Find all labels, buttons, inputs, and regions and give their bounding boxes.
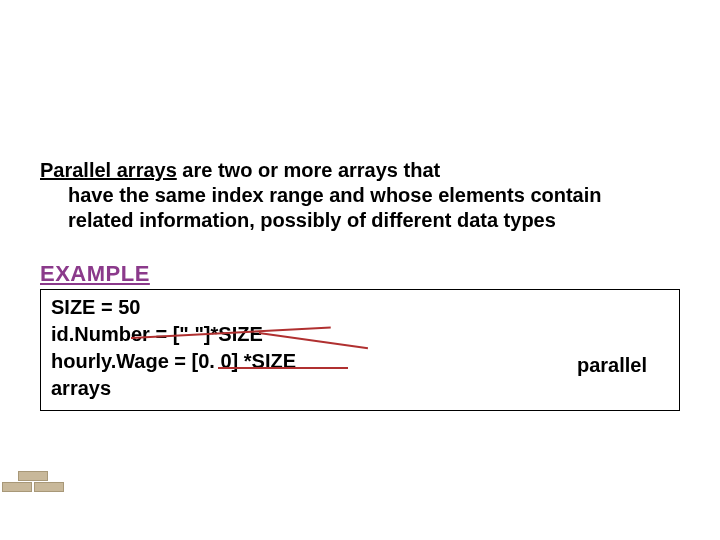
strike-annotation-icon [258,332,367,349]
slide-content: Parallel arrays are two or more arrays t… [40,158,680,411]
code-line-3-wrap: hourly.Wage = [0. 0] *SIZE [51,348,296,375]
code-example-box: SIZE = 50 id.Number = [" "]*SIZE hourly.… [40,289,680,411]
code-line-4: arrays [51,375,669,402]
code-line-2-wrap: id.Number = [" "]*SIZE [51,321,263,348]
code-line-2: id.Number = [" "]*SIZE [51,323,263,345]
strike-annotation-icon [218,367,348,369]
definition-continuation: have the same index range and whose elem… [40,183,640,233]
definition-paragraph: Parallel arrays are two or more arrays t… [40,158,680,233]
parallel-label: parallel [577,352,647,379]
example-heading: EXAMPLE [40,261,680,287]
definition-rest-line1: are two or more arrays that [177,159,440,181]
term-parallel-arrays: Parallel arrays [40,159,177,181]
brick-icon [18,471,48,481]
brick-icon [2,482,32,492]
code-line-1: SIZE = 50 [51,294,669,321]
bricks-decoration-icon [0,464,70,492]
brick-icon [34,482,64,492]
